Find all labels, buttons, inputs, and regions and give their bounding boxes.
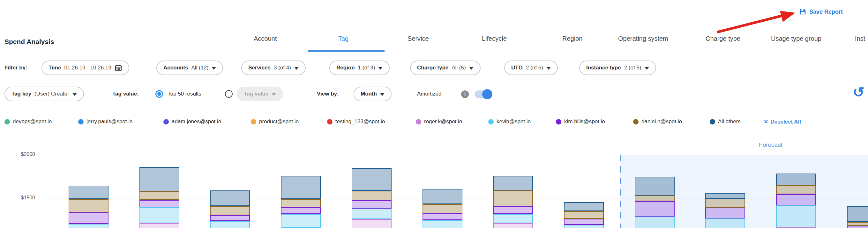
reset-icon[interactable]: ↺ (853, 85, 865, 99)
radio-tag-value[interactable] (225, 90, 232, 98)
chevron-down-icon (469, 67, 473, 70)
bar-segment-kevin-spot-io[interactable] (69, 224, 108, 228)
bar-segment-kevin-spot-io[interactable] (423, 220, 462, 228)
bar-segment-daniel-n-spot-io[interactable] (140, 191, 179, 200)
chevron-down-icon (72, 93, 77, 96)
tab-account[interactable]: Account (254, 34, 277, 43)
stacked-bar-3 (210, 190, 250, 228)
bar-segment-kim-bills-spot-io[interactable] (705, 207, 745, 219)
bar-segment-roger-k-spot-io[interactable] (352, 219, 392, 228)
accounts-filter-pill[interactable]: AccountsAll (12) (156, 61, 223, 75)
bar-segment-kim-bills-spot-io[interactable] (847, 226, 868, 228)
legend-item[interactable]: kevin@spot.io (488, 118, 531, 125)
bar-segment-kim-bills-spot-io[interactable] (493, 206, 533, 214)
info-icon[interactable]: i (461, 90, 469, 98)
legend-item[interactable]: daniel.n@spot.io (633, 118, 682, 125)
legend-dot (488, 119, 494, 124)
bar-segment-kim-bills-spot-io[interactable] (776, 194, 816, 205)
stacked-bar-10 (705, 193, 745, 228)
utg-filter-pill[interactable]: UTG2 (of 6) (504, 61, 558, 75)
bar-segment-daniel-n-spot-io[interactable] (493, 190, 533, 206)
bar-segment-all-others[interactable] (140, 167, 179, 191)
bar-segment-kim-bills-spot-io[interactable] (564, 219, 604, 225)
amortized-toggle[interactable] (474, 90, 491, 98)
tab-lifecycle[interactable]: Lifecycle (482, 34, 507, 43)
charge-type-filter-pill[interactable]: Charge typeAll (5) (410, 61, 480, 75)
bar-segment-all-others[interactable] (352, 168, 392, 191)
bar-segment-kim-bills-spot-io[interactable] (281, 207, 321, 214)
bar-segment-all-others[interactable] (705, 193, 745, 199)
tab-inst[interactable]: Inst (855, 34, 865, 43)
tab-service[interactable]: Service (407, 34, 429, 43)
legend-item[interactable]: devops@spot.io (4, 118, 52, 125)
bar-segment-kevin-spot-io[interactable] (635, 217, 675, 228)
bar-segment-daniel-n-spot-io[interactable] (210, 206, 250, 216)
bar-segment-kevin-spot-io[interactable] (493, 214, 533, 223)
bar-segment-daniel-n-spot-io[interactable] (847, 222, 868, 226)
region-filter-pill[interactable]: Region1 (of 3) (329, 61, 390, 75)
tag-value-dropdown-disabled: Tag value (237, 87, 283, 101)
tag-key-dropdown[interactable]: Tag key (User) Creator (4, 87, 84, 101)
legend-dot (251, 119, 256, 124)
legend-item[interactable]: All others (710, 118, 741, 125)
bar-segment-kevin-spot-io[interactable] (564, 225, 604, 228)
view-by-dropdown[interactable]: Month (353, 87, 392, 101)
bar-segment-daniel-n-spot-io[interactable] (776, 185, 816, 194)
filter-by-label: Filter by: (4, 61, 27, 75)
legend-item[interactable]: jerry.pauls@spot.io (78, 118, 133, 125)
bar-segment-kevin-spot-io[interactable] (281, 214, 321, 228)
bar-segment-daniel-n-spot-io[interactable] (423, 204, 462, 213)
bar-segment-all-others[interactable] (493, 176, 533, 190)
instance-type-filter-pill[interactable]: Instance type2 (of 5) (579, 61, 656, 75)
bar-segment-roger-k-spot-io[interactable] (493, 223, 533, 228)
bar-segment-daniel-n-spot-io[interactable] (635, 195, 675, 201)
legend-item[interactable]: product@spot.io (251, 118, 299, 125)
legend-dot (163, 119, 169, 124)
bar-segment-daniel-n-spot-io[interactable] (564, 211, 604, 219)
bar-segment-kevin-spot-io[interactable] (140, 207, 179, 223)
tab-region[interactable]: Region (562, 34, 582, 43)
bar-segment-kim-bills-spot-io[interactable] (635, 201, 675, 217)
bar-segment-all-others[interactable] (564, 202, 604, 211)
top-50-results-label: Top 50 results (167, 87, 202, 101)
legend-dot (78, 119, 84, 124)
bar-segment-all-others[interactable] (776, 174, 816, 185)
bar-segment-roger-k-spot-io[interactable] (140, 223, 179, 228)
toggle-knob (482, 89, 492, 99)
stacked-bar-8 (564, 202, 604, 228)
tab-operating-system[interactable]: Operating system (618, 34, 668, 43)
tab-usage-type-group[interactable]: Usage type group (771, 34, 822, 43)
bar-segment-kevin-spot-io[interactable] (705, 219, 745, 228)
bar-segment-daniel-n-spot-io[interactable] (352, 191, 392, 200)
bar-segment-daniel-n-spot-io[interactable] (69, 199, 108, 213)
bar-segment-kim-bills-spot-io[interactable] (140, 200, 179, 207)
services-filter-pill[interactable]: Services3 (of 4) (241, 61, 306, 75)
deselect-all-button[interactable]: ✕ Deselect All (764, 118, 801, 125)
bar-segment-all-others[interactable] (210, 190, 250, 206)
bar-segment-kevin-spot-io[interactable] (352, 208, 392, 219)
close-icon: ✕ (764, 118, 768, 125)
save-report-button[interactable]: Save Report (799, 8, 843, 15)
bar-segment-kim-bills-spot-io[interactable] (69, 213, 108, 224)
legend-item[interactable]: roger.k@spot.io (416, 118, 462, 125)
bar-segment-kevin-spot-io[interactable] (210, 221, 250, 228)
bar-segment-kim-bills-spot-io[interactable] (423, 213, 462, 220)
bar-segment-all-others[interactable] (635, 177, 675, 195)
bar-segment-kevin-spot-io[interactable] (776, 205, 816, 227)
bar-segment-all-others[interactable] (423, 189, 462, 204)
bar-segment-all-others[interactable] (281, 176, 321, 199)
legend-item[interactable]: adam.jones@spot.io (163, 118, 221, 125)
radio-top-50-results[interactable] (155, 90, 163, 98)
legend-item[interactable]: kim.bills@spot.io (556, 118, 605, 125)
bar-segment-all-others[interactable] (847, 206, 868, 222)
bar-segment-kim-bills-spot-io[interactable] (210, 215, 250, 221)
save-icon (799, 8, 806, 15)
bar-segment-daniel-n-spot-io[interactable] (705, 199, 745, 207)
tab-charge-type[interactable]: Charge type (706, 34, 740, 43)
bar-segment-kim-bills-spot-io[interactable] (352, 200, 392, 208)
bar-segment-daniel-n-spot-io[interactable] (281, 199, 321, 207)
time-filter-pill[interactable]: Time01.26.19 - 10.26.19 (41, 61, 129, 75)
bar-segment-all-others[interactable] (69, 186, 108, 199)
tab-tag[interactable]: Tag (338, 34, 348, 43)
legend-item[interactable]: testing_123@spot.io (327, 118, 385, 125)
